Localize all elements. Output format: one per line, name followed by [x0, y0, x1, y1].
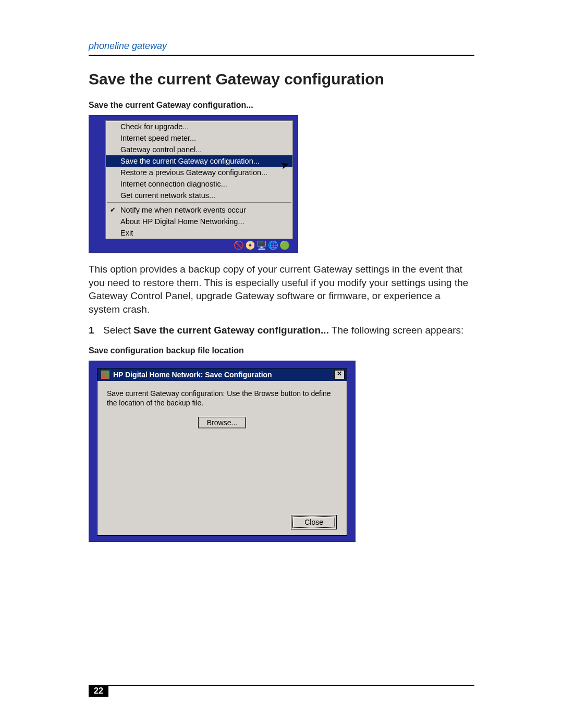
menu-item-about[interactable]: About HP Digital Home Networking...	[106, 216, 292, 227]
app-icon	[101, 370, 110, 379]
menu-item-check-upgrade[interactable]: Check for upgrade...	[106, 121, 292, 132]
dialog-titlebar[interactable]: HP Digital Home Network: Save Configurat…	[97, 368, 347, 381]
figure2-caption: Save configuration backup file location	[89, 346, 474, 355]
system-tray: 🚫📀🖥️🌐🟢	[105, 239, 293, 250]
close-x-button[interactable]: ✕	[334, 370, 345, 379]
close-button[interactable]: Close	[292, 516, 335, 528]
menu-item-save-config[interactable]: Save the current Gateway configuration..…	[106, 155, 292, 167]
footer-rule	[89, 685, 474, 686]
figure-context-menu: Check for upgrade... Internet speed mete…	[89, 115, 298, 253]
menu-item-restore-config[interactable]: Restore a previous Gateway configuration…	[106, 167, 292, 178]
check-icon: ✔	[110, 206, 116, 214]
paragraph-intro: This option provides a backup copy of yo…	[89, 263, 474, 316]
browse-button[interactable]: Browse...	[198, 417, 246, 428]
menu-separator	[107, 202, 291, 203]
page-footer: 22	[89, 685, 474, 697]
menu-item-control-panel[interactable]: Gateway control panel...	[106, 144, 292, 155]
dialog-title: HP Digital Home Network: Save Configurat…	[113, 371, 333, 379]
step-1: 1 Select Save the current Gateway config…	[89, 324, 474, 337]
header-rule	[89, 55, 474, 56]
menu-item-connection-diag[interactable]: Internet connection diagnostic...	[106, 178, 292, 190]
context-menu: Check for upgrade... Internet speed mete…	[105, 120, 293, 239]
step-number: 1	[89, 324, 103, 337]
step-text: Select Save the current Gateway configur…	[103, 324, 463, 337]
dialog-body: Save current Gateway configuration: Use …	[97, 381, 347, 535]
step-pre: Select	[103, 325, 133, 336]
step-post: The following screen appears:	[329, 325, 463, 336]
menu-item-speed-meter[interactable]: Internet speed meter...	[106, 132, 292, 144]
dialog-window: HP Digital Home Network: Save Configurat…	[97, 368, 347, 536]
dialog-text: Save current Gateway configuration: Use …	[107, 389, 337, 408]
section-heading: Save the current Gateway configuration	[89, 70, 474, 88]
menu-item-network-status[interactable]: Get current network status...	[106, 190, 292, 201]
manual-page: phoneline gateway Save the current Gatew…	[0, 0, 563, 728]
menu-item-exit[interactable]: Exit	[106, 227, 292, 239]
step-bold: Save the current Gateway configuration..…	[133, 325, 329, 336]
figure1-caption: Save the current Gateway configuration..…	[89, 101, 474, 110]
figure-save-dialog: HP Digital Home Network: Save Configurat…	[89, 361, 356, 542]
menu-item-label: Notify me when network events occur	[120, 206, 246, 214]
running-head: phoneline gateway	[89, 41, 474, 52]
menu-item-notify-events[interactable]: ✔ Notify me when network events occur	[106, 204, 292, 216]
page-number: 22	[89, 685, 108, 697]
